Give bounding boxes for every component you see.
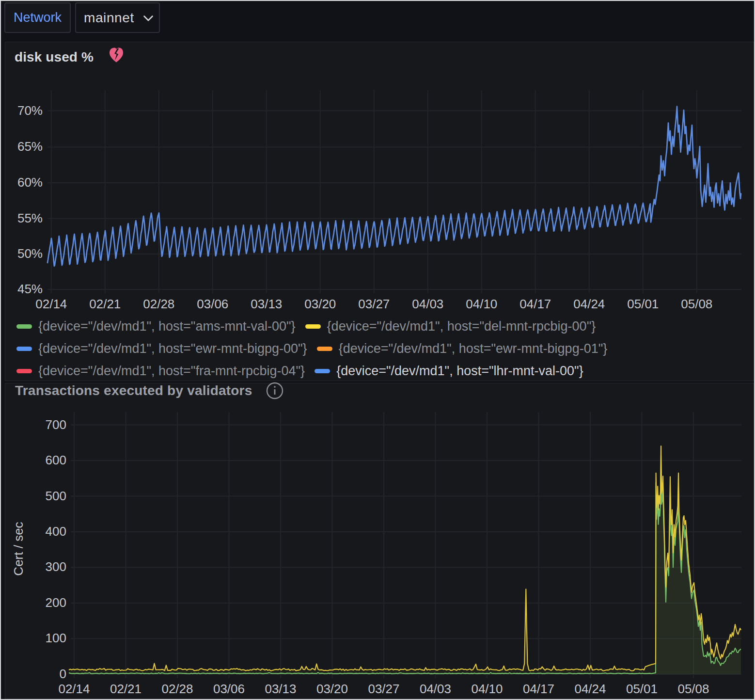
svg-text:05/01: 05/01 <box>627 297 659 311</box>
svg-text:04/24: 04/24 <box>574 682 606 696</box>
svg-text:02/21: 02/21 <box>110 682 142 696</box>
svg-text:03/13: 03/13 <box>251 297 282 311</box>
svg-text:03/20: 03/20 <box>316 682 348 696</box>
svg-text:500: 500 <box>46 489 66 503</box>
svg-text:03/27: 03/27 <box>368 682 399 696</box>
svg-text:45%: 45% <box>17 282 43 296</box>
svg-text:55%: 55% <box>17 211 43 225</box>
svg-text:Cert / sec: Cert / sec <box>11 522 26 575</box>
svg-text:05/01: 05/01 <box>626 682 658 696</box>
svg-text:03/13: 03/13 <box>265 682 296 696</box>
svg-text:02/21: 02/21 <box>89 297 121 311</box>
svg-text:02/28: 02/28 <box>143 297 174 311</box>
svg-text:04/10: 04/10 <box>471 682 503 696</box>
svg-text:02/14: 02/14 <box>35 297 67 311</box>
svg-text:02/28: 02/28 <box>161 682 193 696</box>
svg-text:05/08: 05/08 <box>677 682 709 696</box>
svg-text:200: 200 <box>46 595 66 610</box>
svg-text:100: 100 <box>46 631 66 645</box>
svg-text:03/06: 03/06 <box>213 682 245 696</box>
svg-text:600: 600 <box>46 453 66 467</box>
svg-text:60%: 60% <box>17 175 43 190</box>
svg-text:65%: 65% <box>17 139 43 154</box>
svg-text:300: 300 <box>46 559 66 574</box>
svg-text:0: 0 <box>60 667 66 681</box>
svg-text:02/14: 02/14 <box>58 682 90 696</box>
svg-text:04/10: 04/10 <box>466 297 497 311</box>
svg-text:400: 400 <box>46 524 66 539</box>
svg-text:04/17: 04/17 <box>523 682 554 696</box>
svg-text:700: 700 <box>46 417 66 432</box>
svg-text:04/03: 04/03 <box>420 682 451 696</box>
svg-text:03/06: 03/06 <box>197 297 228 311</box>
svg-text:04/17: 04/17 <box>519 297 551 311</box>
svg-text:70%: 70% <box>17 103 43 118</box>
svg-text:04/24: 04/24 <box>573 297 605 311</box>
svg-text:04/03: 04/03 <box>412 297 443 311</box>
svg-text:50%: 50% <box>17 246 43 261</box>
svg-text:03/20: 03/20 <box>304 297 336 311</box>
svg-text:05/08: 05/08 <box>681 297 712 311</box>
svg-text:03/27: 03/27 <box>358 297 390 311</box>
